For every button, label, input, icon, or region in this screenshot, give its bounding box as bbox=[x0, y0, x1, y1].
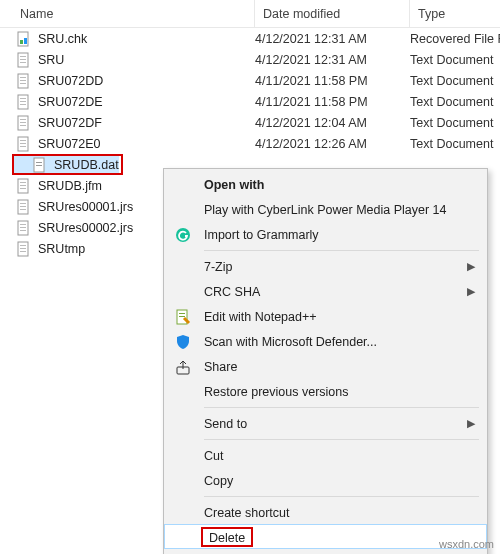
file-date: 4/12/2021 12:31 AM bbox=[255, 32, 410, 46]
grammarly-icon bbox=[174, 226, 192, 244]
chevron-right-icon: ▶ bbox=[467, 285, 475, 298]
file-icon bbox=[16, 136, 34, 152]
file-icon bbox=[16, 94, 34, 110]
svg-rect-29 bbox=[20, 188, 26, 189]
file-type: Recovered File Fr bbox=[410, 32, 500, 46]
column-header: Name Date modified Type bbox=[0, 0, 500, 28]
file-name: SRU072E0 bbox=[34, 137, 255, 151]
menu-separator bbox=[204, 496, 479, 497]
file-date: 4/12/2021 12:26 AM bbox=[255, 137, 410, 151]
file-icon bbox=[16, 73, 34, 89]
file-type: Text Document bbox=[410, 74, 500, 88]
menu-grammarly[interactable]: Import to Grammarly bbox=[164, 222, 487, 247]
svg-rect-13 bbox=[20, 101, 26, 102]
svg-rect-21 bbox=[20, 143, 26, 144]
svg-rect-5 bbox=[20, 59, 26, 60]
file-date: 4/12/2021 12:31 AM bbox=[255, 53, 410, 67]
svg-rect-2 bbox=[24, 38, 27, 44]
shield-icon bbox=[174, 333, 192, 351]
file-name: SRU072DE bbox=[34, 95, 255, 109]
menu-separator bbox=[204, 439, 479, 440]
svg-rect-16 bbox=[20, 119, 26, 120]
svg-rect-10 bbox=[20, 83, 26, 84]
svg-rect-27 bbox=[20, 182, 26, 183]
menu-cyberlink[interactable]: Play with CyberLink Power Media Player 1… bbox=[164, 197, 487, 222]
svg-rect-35 bbox=[20, 224, 26, 225]
svg-rect-44 bbox=[179, 313, 185, 314]
svg-rect-20 bbox=[20, 140, 26, 141]
menu-send-to[interactable]: Send to▶ bbox=[164, 411, 487, 436]
context-menu: Open with Play with CyberLink Power Medi… bbox=[163, 168, 488, 554]
header-type[interactable]: Type bbox=[410, 0, 500, 27]
file-date: 4/11/2021 11:58 PM bbox=[255, 95, 410, 109]
file-date: 4/11/2021 11:58 PM bbox=[255, 74, 410, 88]
file-icon bbox=[16, 31, 34, 47]
svg-rect-25 bbox=[36, 165, 42, 166]
watermark: wsxdn.com bbox=[439, 538, 494, 550]
svg-rect-31 bbox=[20, 203, 26, 204]
header-date[interactable]: Date modified bbox=[255, 0, 410, 27]
menu-notepad[interactable]: Edit with Notepad++ bbox=[164, 304, 487, 329]
file-item[interactable]: SRU.chk4/12/2021 12:31 AMRecovered File … bbox=[0, 28, 500, 49]
svg-rect-24 bbox=[36, 162, 42, 163]
menu-7zip[interactable]: 7-Zip▶ bbox=[164, 254, 487, 279]
svg-rect-4 bbox=[20, 56, 26, 57]
file-type: Text Document bbox=[410, 95, 500, 109]
svg-rect-9 bbox=[20, 80, 26, 81]
file-item[interactable]: SRU072DD4/11/2021 11:58 PMText Document bbox=[0, 70, 500, 91]
file-name: SRU072DF bbox=[34, 116, 255, 130]
notepad-icon bbox=[174, 308, 192, 326]
menu-share[interactable]: Share bbox=[164, 354, 487, 379]
menu-restore[interactable]: Restore previous versions bbox=[164, 379, 487, 404]
chevron-right-icon: ▶ bbox=[467, 260, 475, 273]
file-icon bbox=[16, 178, 34, 194]
svg-rect-17 bbox=[20, 122, 26, 123]
share-icon bbox=[174, 358, 192, 376]
svg-rect-14 bbox=[20, 104, 26, 105]
menu-open-with[interactable]: Open with bbox=[164, 172, 487, 197]
svg-rect-39 bbox=[20, 245, 26, 246]
svg-rect-8 bbox=[20, 77, 26, 78]
file-date: 4/12/2021 12:04 AM bbox=[255, 116, 410, 130]
file-name: SRU072DD bbox=[34, 74, 255, 88]
file-icon bbox=[16, 199, 34, 215]
svg-rect-22 bbox=[20, 146, 26, 147]
svg-rect-37 bbox=[20, 230, 26, 231]
file-item-selected[interactable]: SRUDB.dat bbox=[12, 154, 123, 175]
svg-rect-6 bbox=[20, 62, 26, 63]
file-name: SRU.chk bbox=[34, 32, 255, 46]
file-item[interactable]: SRU4/12/2021 12:31 AMText Document bbox=[0, 49, 500, 70]
file-item[interactable]: SRU072E04/12/2021 12:26 AMText Document bbox=[0, 133, 500, 154]
menu-defender[interactable]: Scan with Microsoft Defender... bbox=[164, 329, 487, 354]
svg-rect-12 bbox=[20, 98, 26, 99]
header-name[interactable]: Name bbox=[0, 0, 255, 27]
file-icon bbox=[16, 241, 34, 257]
file-icon bbox=[16, 220, 34, 236]
menu-crc-sha[interactable]: CRC SHA▶ bbox=[164, 279, 487, 304]
svg-rect-45 bbox=[179, 316, 185, 317]
file-type: Text Document bbox=[410, 137, 500, 151]
svg-rect-1 bbox=[20, 40, 23, 44]
menu-copy[interactable]: Copy bbox=[164, 468, 487, 493]
svg-rect-32 bbox=[20, 206, 26, 207]
menu-separator bbox=[204, 407, 479, 408]
file-icon bbox=[16, 115, 34, 131]
menu-separator bbox=[204, 250, 479, 251]
chevron-right-icon: ▶ bbox=[467, 417, 475, 430]
svg-rect-33 bbox=[20, 209, 26, 210]
svg-rect-18 bbox=[20, 125, 26, 126]
file-item[interactable]: SRU072DF4/12/2021 12:04 AMText Document bbox=[0, 112, 500, 133]
svg-rect-36 bbox=[20, 227, 26, 228]
menu-cut[interactable]: Cut bbox=[164, 443, 487, 468]
file-type: Text Document bbox=[410, 116, 500, 130]
menu-create-shortcut[interactable]: Create shortcut bbox=[164, 500, 487, 525]
svg-rect-28 bbox=[20, 185, 26, 186]
file-item[interactable]: SRU072DE4/11/2021 11:58 PMText Document bbox=[0, 91, 500, 112]
file-name: SRU bbox=[34, 53, 255, 67]
file-icon bbox=[16, 52, 34, 68]
svg-rect-40 bbox=[20, 248, 26, 249]
file-type: Text Document bbox=[410, 53, 500, 67]
file-name: SRUDB.dat bbox=[50, 158, 119, 172]
svg-rect-41 bbox=[20, 251, 26, 252]
file-icon bbox=[32, 157, 50, 173]
